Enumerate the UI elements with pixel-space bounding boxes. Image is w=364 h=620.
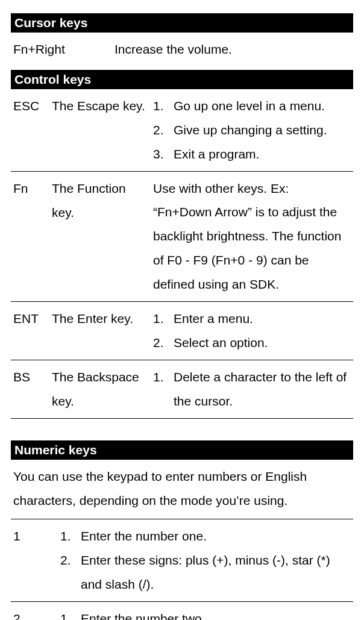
section-header-cursor-keys: Cursor keys xyxy=(11,13,353,33)
control-key: Fn xyxy=(11,172,49,302)
control-key: ENT xyxy=(11,302,49,360)
list-text: Give up changing a setting. xyxy=(174,118,327,142)
list-number: 2. xyxy=(153,118,165,142)
list-text: Enter a menu. xyxy=(174,307,253,331)
control-key-name: The Escape key. xyxy=(49,89,151,172)
list-number: 2. xyxy=(60,548,72,597)
numeric-key-functions: 1.Enter the number one. 2.Enter these si… xyxy=(58,519,353,602)
control-key-functions: 1.Delete a character to the left of the … xyxy=(151,360,353,419)
list-text: Exit a program. xyxy=(174,142,259,166)
table-row: BS The Backspace key. 1.Delete a charact… xyxy=(11,360,353,419)
list-text: Delete a character to the left of the cu… xyxy=(174,365,351,413)
list-number: 1. xyxy=(153,307,165,331)
list-number: 1. xyxy=(60,524,72,548)
numeric-key-functions: 1.Enter the number two. 2.Enter the lett… xyxy=(58,602,353,620)
list-number: 1. xyxy=(153,94,165,118)
list-text: Enter the number one. xyxy=(81,524,207,548)
list-number: 2. xyxy=(153,331,165,355)
control-keys-table: ESC The Escape key. 1.Go up one level in… xyxy=(11,89,353,419)
numeric-key: 1 xyxy=(11,519,58,602)
section-header-numeric-keys: Numeric keys xyxy=(11,440,353,460)
cursor-key: Fn+Right xyxy=(11,33,112,66)
list-number: 1. xyxy=(60,607,72,620)
table-row: Fn The Function key. Use with other keys… xyxy=(11,172,353,302)
numeric-key: 2 xyxy=(11,602,58,620)
control-key-functions: 1.Go up one level in a menu. 2.Give up c… xyxy=(151,89,353,172)
numeric-keys-intro: You can use the keypad to enter numbers … xyxy=(11,460,353,519)
table-row: 2 1.Enter the number two. 2.Enter the le… xyxy=(11,602,353,620)
numeric-keys-table: 1 1.Enter the number one. 2.Enter these … xyxy=(11,519,353,620)
control-key: BS xyxy=(11,360,49,419)
control-key-functions: 1.Enter a menu. 2.Select an option. xyxy=(151,302,353,360)
list-text: Enter these signs: plus (+), minus (-), … xyxy=(81,548,351,597)
cursor-keys-table: Fn+Right Increase the volume. xyxy=(11,33,353,66)
control-key-functions: Use with other keys. Ex: “Fn+Down Arrow”… xyxy=(151,172,353,302)
control-key: ESC xyxy=(11,89,49,172)
list-text: Select an option. xyxy=(174,331,268,355)
table-row: ENT The Enter key. 1.Enter a menu. 2.Sel… xyxy=(11,302,353,360)
control-key-name: The Enter key. xyxy=(49,302,151,360)
list-number: 3. xyxy=(153,142,165,166)
section-header-control-keys: Control keys xyxy=(11,70,353,89)
control-key-name: The Backspace key. xyxy=(49,360,151,419)
list-number: 1. xyxy=(153,365,165,413)
table-row: 1 1.Enter the number one. 2.Enter these … xyxy=(11,519,353,602)
table-row: ESC The Escape key. 1.Go up one level in… xyxy=(11,89,353,172)
control-key-name: The Function key. xyxy=(49,172,151,302)
list-text: Go up one level in a menu. xyxy=(174,94,325,118)
list-text: Enter the number two. xyxy=(81,607,206,620)
cursor-desc: Increase the volume. xyxy=(112,33,353,66)
